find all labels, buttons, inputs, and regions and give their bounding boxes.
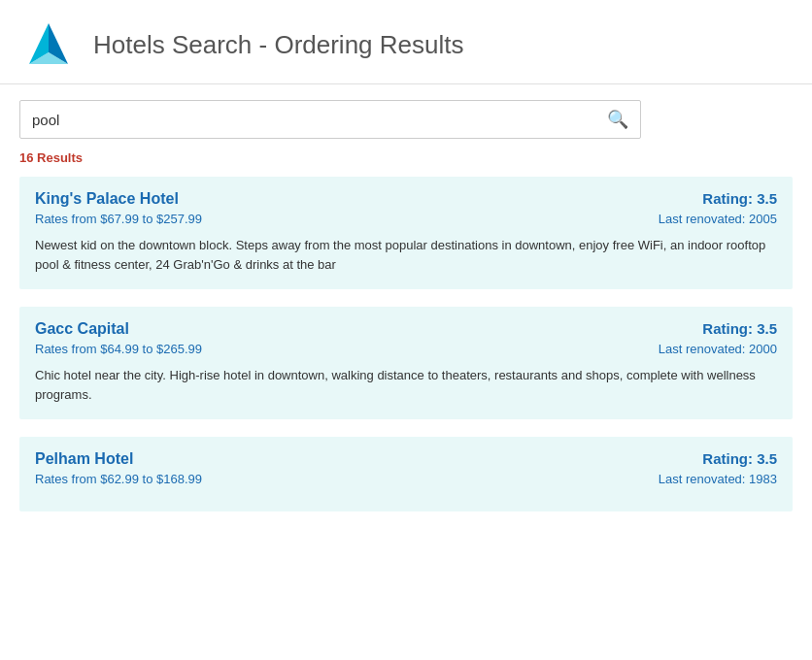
hotel-rates: Rates from $64.99 to $265.99 (35, 342, 202, 356)
hotel-name[interactable]: King's Palace Hotel (35, 190, 179, 208)
search-input[interactable] (32, 112, 607, 128)
hotel-rating: Rating: 3.5 (702, 190, 777, 207)
hotel-rating: Rating: 3.5 (702, 450, 777, 467)
hotel-rates: Rates from $67.99 to $257.99 (35, 212, 202, 226)
hotel-sub-0: Rates from $67.99 to $257.99 Last renova… (35, 212, 777, 226)
results-list[interactable]: King's Palace Hotel Rating: 3.5 Rates fr… (0, 177, 812, 660)
hotel-name[interactable]: Gacc Capital (35, 320, 129, 338)
hotel-header-0: King's Palace Hotel Rating: 3.5 (35, 190, 777, 208)
hotel-header-1: Gacc Capital Rating: 3.5 (35, 320, 777, 338)
hotel-renovated: Last renovated: 1983 (659, 472, 777, 486)
app-header: Hotels Search - Ordering Results (0, 0, 812, 84)
hotel-header-2: Pelham Hotel Rating: 3.5 (35, 450, 777, 468)
search-icon[interactable]: 🔍 (607, 109, 628, 130)
hotel-rating: Rating: 3.5 (702, 320, 777, 337)
hotel-rates: Rates from $62.99 to $168.99 (35, 472, 202, 486)
hotel-sub-1: Rates from $64.99 to $265.99 Last renova… (35, 342, 777, 356)
hotel-card: King's Palace Hotel Rating: 3.5 Rates fr… (19, 177, 793, 289)
search-area: 🔍 (0, 84, 812, 147)
results-count: 16 Results (0, 147, 812, 177)
hotel-description: Chic hotel near the city. High-rise hote… (35, 366, 777, 404)
page-title: Hotels Search - Ordering Results (93, 30, 463, 60)
search-box: 🔍 (19, 100, 641, 139)
hotel-description: Newest kid on the downtown block. Steps … (35, 236, 777, 274)
app-logo (19, 16, 78, 74)
hotel-renovated: Last renovated: 2005 (659, 212, 777, 226)
hotel-renovated: Last renovated: 2000 (659, 342, 777, 356)
hotel-name[interactable]: Pelham Hotel (35, 450, 133, 468)
hotel-sub-2: Rates from $62.99 to $168.99 Last renova… (35, 472, 777, 486)
hotel-card: Pelham Hotel Rating: 3.5 Rates from $62.… (19, 437, 793, 512)
hotel-card: Gacc Capital Rating: 3.5 Rates from $64.… (19, 307, 793, 419)
